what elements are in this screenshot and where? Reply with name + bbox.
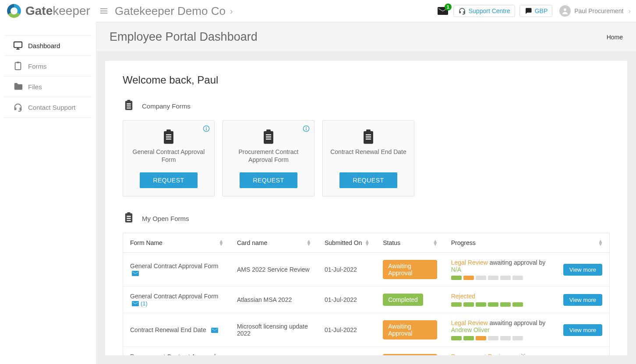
cell-card-name: AMS 2022 Service Review — [230, 253, 318, 287]
status-badge: Awaiting Approval — [383, 260, 437, 279]
view-more-button[interactable]: View more — [563, 294, 602, 306]
progress-segment — [500, 276, 511, 280]
progress-text: Legal Review awaiting approval by N/A — [451, 259, 555, 273]
sort-icon[interactable]: ▲▼ — [598, 240, 603, 246]
chevron-right-icon: › — [629, 7, 631, 14]
company-name: Gatekeeper Demo Co — [115, 4, 226, 18]
cell-form-name: Contract Renewal End Date — [123, 313, 230, 347]
mail-icon[interactable] — [211, 328, 218, 333]
progress-segment — [463, 336, 474, 340]
currency-switcher[interactable]: GBP — [519, 5, 553, 17]
mail-icon[interactable] — [132, 301, 139, 306]
breadcrumb-home[interactable]: Home — [607, 34, 623, 41]
cell-status: Completed — [376, 287, 444, 313]
progress-segment — [451, 276, 462, 280]
column-header[interactable]: Status▲▼ — [376, 233, 444, 253]
progress-segment — [512, 302, 523, 307]
main: Employee Portal Dashboard Home Welcome b… — [96, 22, 636, 364]
page-header: Employee Portal Dashboard Home — [96, 22, 636, 52]
company-form-card: Contract Renewal End DateREQUEST — [322, 120, 414, 196]
sort-icon[interactable]: ▲▼ — [364, 240, 370, 246]
svg-rect-9 — [164, 131, 173, 144]
user-name: Paul Procurement — [574, 7, 623, 14]
sidebar-item-forms[interactable]: Forms — [4, 56, 92, 77]
progress-text: Procurement Review awaiting approval by … — [451, 353, 555, 355]
company-form-title: General Contract Approval Form — [128, 148, 209, 164]
cell-progress: Procurement Review awaiting approval by … — [444, 347, 610, 356]
support-centre-button[interactable]: Support Centre — [453, 5, 515, 17]
page-title: Employee Portal Dashboard — [110, 30, 258, 44]
column-header[interactable]: Card name▲▼ — [230, 233, 318, 253]
progress-segment — [512, 336, 523, 340]
progress-segment — [488, 276, 498, 280]
svg-rect-2 — [15, 63, 21, 70]
sidebar-item-dashboard[interactable]: Dashboard — [4, 35, 92, 56]
company-form-card: Procurement Contract Approval FormREQUES… — [223, 120, 314, 196]
column-header[interactable]: Submitted On▲▼ — [318, 233, 376, 253]
svg-rect-15 — [266, 130, 271, 132]
svg-point-12 — [306, 127, 307, 128]
svg-rect-1 — [14, 42, 22, 48]
info-icon[interactable] — [303, 125, 310, 132]
svg-point-0 — [564, 8, 566, 11]
column-header[interactable]: Progress▲▼ — [444, 233, 610, 253]
progress-segment — [488, 302, 498, 307]
sidebar-item-label: Files — [28, 83, 42, 91]
cell-card-name: Microsoft licensing update 2022 — [230, 313, 318, 347]
user-menu[interactable]: Paul Procurement › — [559, 5, 631, 17]
brand[interactable]: Gatekeeper — [0, 2, 96, 20]
clipboard-icon — [123, 99, 136, 112]
company-switcher[interactable]: Gatekeeper Demo Co › — [115, 4, 233, 18]
cell-progress: RejectedView more — [444, 287, 610, 313]
svg-rect-14 — [264, 131, 273, 144]
topbar: Gatekeeper Gatekeeper Demo Co › 1 Suppor… — [0, 0, 636, 22]
cell-status: Awaiting Approval — [376, 347, 444, 356]
support-centre-label: Support Centre — [469, 7, 510, 14]
view-more-button[interactable]: View more — [563, 264, 602, 276]
sort-icon[interactable]: ▲▼ — [433, 240, 438, 246]
progress-bar — [451, 302, 523, 307]
headset-icon — [13, 102, 23, 112]
table-row: General Contract Approval FormAMS 2022 S… — [123, 253, 610, 287]
table-row: General Contract Approval Form (1)Atlass… — [123, 287, 610, 313]
cell-submitted-on: 01-Jul-2022 — [318, 287, 376, 313]
status-badge: Completed — [383, 294, 423, 306]
view-more-button[interactable]: View more — [563, 324, 602, 336]
progress-segment — [451, 302, 462, 307]
svg-rect-5 — [127, 100, 131, 102]
progress-segment — [476, 276, 486, 280]
request-button[interactable]: REQUEST — [140, 172, 197, 188]
menu-toggle-icon[interactable] — [96, 4, 111, 18]
progress-segment — [476, 336, 486, 340]
inbox-count-badge: 1 — [445, 4, 452, 10]
progress-segment — [476, 302, 486, 307]
folder-icon — [13, 82, 23, 91]
svg-rect-13 — [306, 128, 306, 130]
progress-bar — [451, 336, 555, 340]
mail-icon[interactable] — [132, 271, 139, 276]
progress-text: Legal Review awaiting approval by Andrew… — [451, 319, 555, 333]
sidebar-item-files[interactable]: Files — [4, 77, 92, 97]
table-row: Contract Renewal End Date Microsoft lice… — [123, 313, 610, 347]
cell-status: Awaiting Approval — [376, 253, 444, 287]
sort-icon[interactable]: ▲▼ — [306, 240, 311, 246]
sidebar-item-label: Forms — [28, 63, 47, 70]
inbox-button[interactable]: 1 — [437, 6, 449, 16]
progress-segment — [488, 336, 498, 340]
clipboard-icon — [362, 130, 375, 144]
open-forms-heading: My Open Forms — [123, 212, 610, 225]
request-button[interactable]: REQUEST — [339, 172, 397, 188]
svg-rect-17 — [366, 130, 371, 132]
cell-form-name: General Contract Approval Form — [123, 253, 230, 287]
mail-count[interactable]: (1) — [141, 300, 148, 307]
sidebar-item-contact-support[interactable]: Contact Support — [4, 97, 92, 118]
currency-label: GBP — [535, 7, 548, 14]
svg-rect-8 — [206, 128, 206, 130]
info-icon[interactable] — [203, 125, 210, 132]
sort-icon[interactable]: ▲▼ — [219, 240, 224, 246]
request-button[interactable]: REQUEST — [240, 172, 297, 188]
column-header[interactable]: Form Name▲▼ — [123, 233, 230, 253]
sidebar-item-label: Contact Support — [28, 104, 75, 111]
svg-rect-3 — [17, 62, 19, 63]
status-badge: Awaiting Approval — [383, 354, 437, 355]
